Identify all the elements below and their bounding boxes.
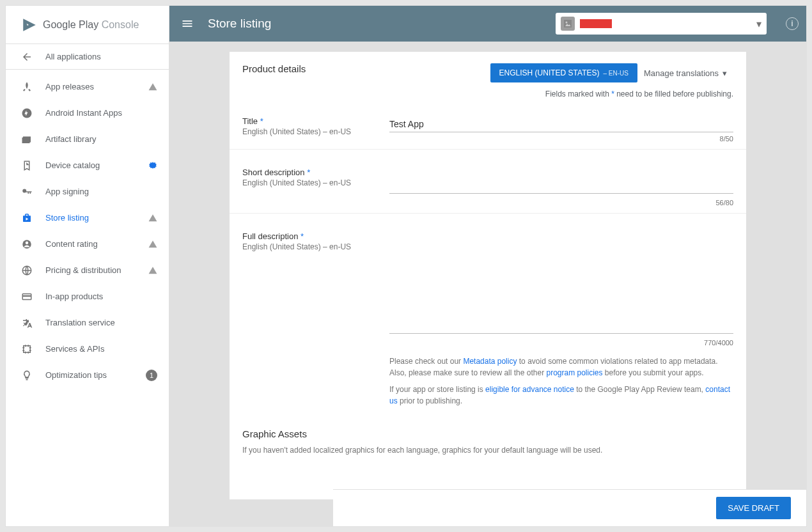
play-console-logo-icon xyxy=(21,17,38,33)
globe-icon xyxy=(21,265,33,276)
hamburger-icon xyxy=(181,17,194,30)
title-sublabel: English (United States) – en-US xyxy=(242,127,377,136)
nav-artifact-library[interactable]: Artifact library xyxy=(6,126,169,152)
svg-rect-6 xyxy=(24,345,31,352)
policy-note: Please check out our Metadata policy to … xyxy=(389,356,733,407)
graphic-assets-sub: If you haven't added localized graphics … xyxy=(242,446,733,455)
nav-optimization-tips[interactable]: Optimization tips 1 xyxy=(6,362,169,388)
full-desc-field-row: Full description * English (United State… xyxy=(230,214,746,413)
section-title: Product details xyxy=(242,63,490,74)
svg-rect-7 xyxy=(564,20,572,27)
nav-app-signing[interactable]: App signing xyxy=(6,178,169,205)
full-desc-char-count: 770/4000 xyxy=(389,339,733,347)
nav-store-listing[interactable]: Store listing xyxy=(6,205,169,231)
program-policies-link[interactable]: program policies xyxy=(546,368,602,377)
nav-services-apis[interactable]: Services & APIs xyxy=(6,336,169,362)
app-selector[interactable]: ▾ xyxy=(556,13,767,35)
translate-icon xyxy=(21,317,33,329)
back-label: All applications xyxy=(45,52,101,61)
svg-point-8 xyxy=(566,22,568,24)
lightbulb-icon xyxy=(21,370,33,381)
footer-bar: SAVE DRAFT xyxy=(333,489,806,526)
title-input[interactable] xyxy=(389,116,733,132)
title-char-count: 8/50 xyxy=(389,135,733,143)
services-icon xyxy=(21,343,33,355)
menu-button[interactable] xyxy=(180,16,195,31)
device-icon xyxy=(21,160,33,171)
short-desc-char-count: 56/80 xyxy=(389,199,733,207)
bolt-icon xyxy=(21,107,33,119)
warning-icon xyxy=(148,82,157,91)
short-desc-sublabel: English (United States) – en-US xyxy=(242,178,377,187)
language-chip[interactable]: ENGLISH (UNITED STATES) – EN-US xyxy=(490,63,637,82)
rating-icon xyxy=(21,239,33,250)
caret-down-icon: ▾ xyxy=(722,68,727,78)
main-area: Store listing ▾ i Product details ENGLIS… xyxy=(169,6,806,526)
app-name-redacted xyxy=(580,19,612,28)
caret-down-icon: ▾ xyxy=(756,18,761,30)
required-fields-note: Fields marked with * need to be filled b… xyxy=(230,83,746,98)
content-scroll[interactable]: Product details ENGLISH (UNITED STATES) … xyxy=(169,42,806,526)
back-all-applications[interactable]: All applications xyxy=(6,44,169,70)
full-desc-label: Full description * xyxy=(242,231,377,241)
save-draft-button[interactable]: SAVE DRAFT xyxy=(716,497,791,519)
manage-translations-button[interactable]: Manage translations ▾ xyxy=(637,63,733,83)
nav-pricing-distribution[interactable]: Pricing & distribution xyxy=(6,257,169,283)
product-details-card: Product details ENGLISH (UNITED STATES) … xyxy=(230,52,746,499)
warning-icon xyxy=(148,240,157,249)
nav-in-app-products[interactable]: In-app products xyxy=(6,283,169,309)
sidebar: Google Play Console All applications App… xyxy=(6,6,169,526)
topbar: Store listing ▾ i xyxy=(169,6,806,42)
warning-icon xyxy=(148,266,157,275)
nav-instant-apps[interactable]: Android Instant Apps xyxy=(6,100,169,126)
svg-rect-5 xyxy=(22,295,31,296)
nav-device-catalog[interactable]: Device catalog xyxy=(6,152,169,178)
full-desc-sublabel: English (United States) – en-US xyxy=(242,242,377,251)
count-badge: 1 xyxy=(146,370,157,381)
brand-text: Google Play Console xyxy=(43,19,139,31)
title-label: Title * xyxy=(242,116,377,126)
graphic-assets-section: Graphic Assets If you haven't added loca… xyxy=(230,413,746,461)
store-icon xyxy=(21,212,33,224)
page-title: Store listing xyxy=(208,17,543,31)
card-icon xyxy=(21,291,33,302)
nav-translation-service[interactable]: Translation service xyxy=(6,309,169,336)
brand-logo[interactable]: Google Play Console xyxy=(6,6,169,44)
title-field-row: Title * English (United States) – en-US … xyxy=(230,98,746,150)
nav-content-rating[interactable]: Content rating xyxy=(6,231,169,257)
short-desc-label: Short description * xyxy=(242,168,377,177)
full-desc-input[interactable] xyxy=(389,231,733,334)
app-thumb-icon xyxy=(561,17,575,31)
key-icon xyxy=(21,186,33,198)
advance-notice-link[interactable]: eligible for advance notice xyxy=(485,385,574,394)
graphic-assets-title: Graphic Assets xyxy=(242,428,733,439)
info-badge-icon xyxy=(148,161,157,170)
nav-list: App releases Android Instant Apps Artifa… xyxy=(6,70,169,388)
nav-app-releases[interactable]: App releases xyxy=(6,74,169,100)
short-desc-field-row: Short description * English (United Stat… xyxy=(230,150,746,214)
short-desc-input[interactable] xyxy=(389,168,733,194)
metadata-policy-link[interactable]: Metadata policy xyxy=(463,357,517,366)
svg-point-2 xyxy=(26,241,29,244)
warning-icon xyxy=(148,214,157,223)
library-icon xyxy=(21,134,33,145)
info-button[interactable]: i xyxy=(786,17,799,30)
arrow-back-icon xyxy=(21,51,33,63)
rocket-icon xyxy=(21,81,33,93)
